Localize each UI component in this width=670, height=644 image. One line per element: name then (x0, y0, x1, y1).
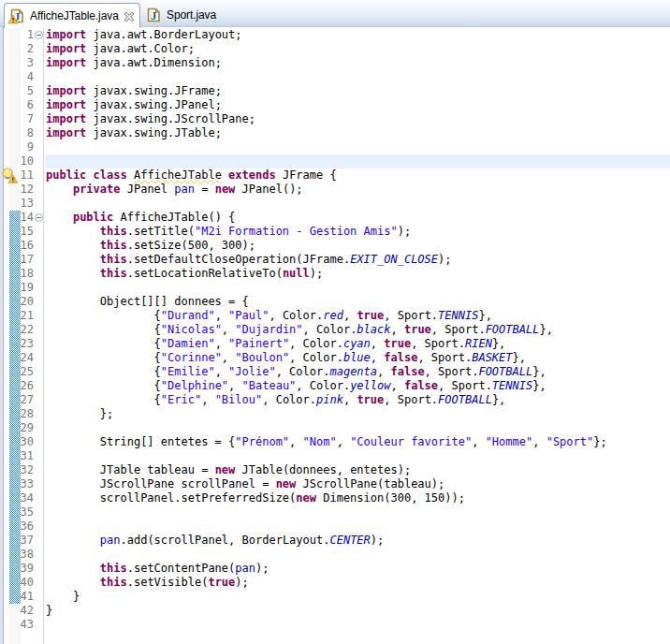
fold-collapse-icon[interactable] (35, 213, 43, 222)
code-line[interactable]: 8import javax.swing.JTable; (0, 126, 670, 140)
code-text: scrollPanel.setPreferredSize(new Dimensi… (46, 491, 465, 505)
line-number: 29 (0, 421, 34, 435)
code-line[interactable]: 41 } (0, 590, 670, 604)
code-text: {"Damien", "Painert", Color.cyan, true, … (46, 337, 505, 351)
code-line[interactable]: 13 (0, 197, 670, 211)
code-line[interactable]: 38 (0, 548, 670, 562)
line-number: 4 (0, 70, 34, 84)
code-line[interactable]: 19 (0, 281, 670, 295)
line-number: 28 (0, 407, 34, 421)
code-text: public AfficheJTable() { (46, 211, 235, 225)
code-line[interactable]: 18 this.setLocationRelativeTo(null); (0, 267, 670, 281)
java-file-warning-icon (9, 8, 24, 23)
code-text: {"Nicolas", "Dujardin", Color.black, tru… (46, 323, 553, 337)
code-text: import java.awt.Dimension; (46, 56, 222, 70)
line-number: 9 (0, 140, 34, 154)
code-text: JScrollPane scrollPanel = new JScrollPan… (46, 477, 444, 491)
code-line[interactable]: 29 (0, 421, 670, 435)
code-line[interactable]: 24 {"Corinne", "Boulon", Color.blue, fal… (0, 351, 670, 365)
code-text: {"Corinne", "Boulon", Color.blue, false,… (46, 351, 526, 365)
code-line[interactable]: 42} (0, 604, 670, 618)
line-number: 2 (0, 42, 34, 56)
line-number: 19 (0, 281, 34, 295)
close-icon[interactable] (124, 11, 135, 22)
code-line[interactable]: 32 JTable tableau = new JTable(donnees, … (0, 463, 670, 477)
tab-affichejtable[interactable]: AfficheJTable.java (4, 3, 140, 28)
code-line[interactable]: 26 {"Delphine", "Bateau", Color.yellow, … (0, 379, 670, 393)
code-line[interactable]: 21 {"Durand", "Paul", Color.red, true, S… (0, 309, 670, 323)
fold-collapse-icon[interactable] (35, 31, 43, 39)
code-line[interactable]: 43 (0, 618, 670, 632)
line-number: 26 (0, 379, 34, 393)
line-number: 37 (0, 534, 34, 548)
code-line[interactable]: 40 this.setVisible(true); (0, 576, 670, 590)
code-line[interactable]: 9 (0, 140, 670, 154)
code-line[interactable]: 23 {"Damien", "Painert", Color.cyan, tru… (0, 337, 670, 351)
code-line[interactable]: 16 this.setSize(500, 300); (0, 239, 670, 253)
code-text: {"Delphine", "Bateau", Color.yellow, fal… (46, 379, 546, 393)
line-number: 27 (0, 393, 34, 407)
editor-tab-bar: AfficheJTable.java Sport.java (0, 0, 670, 27)
line-number: 10 (0, 154, 34, 168)
code-text: } (46, 590, 80, 604)
line-number: 32 (0, 463, 34, 477)
line-number: 21 (0, 309, 34, 323)
line-number: 33 (0, 477, 34, 491)
code-line[interactable]: 4 (0, 70, 670, 84)
line-number: 6 (0, 98, 34, 112)
code-text: this.setDefaultCloseOperation(JFrame.EXI… (46, 253, 452, 267)
code-line[interactable]: 7import javax.swing.JScrollPane; (0, 112, 670, 126)
line-number: 17 (0, 253, 34, 267)
line-number: 39 (0, 562, 34, 576)
warning-quickfix-icon[interactable] (1, 168, 18, 183)
line-number: 14 (0, 211, 34, 225)
line-number: 16 (0, 239, 34, 253)
code-line[interactable]: 39 this.setContentPane(pan); (0, 562, 670, 576)
code-line[interactable]: 15 this.setTitle("M2i Formation - Gestio… (0, 225, 670, 239)
code-editor[interactable]: 1import java.awt.BorderLayout;2import ja… (0, 27, 670, 644)
code-line[interactable]: 10 (0, 154, 670, 168)
code-line[interactable]: 22 {"Nicolas", "Dujardin", Color.black, … (0, 323, 670, 337)
line-number: 40 (0, 576, 34, 590)
code-text: this.setContentPane(pan); (46, 562, 269, 576)
code-line[interactable]: 11public class AfficheJTable extends JFr… (0, 168, 670, 183)
code-text: import javax.swing.JScrollPane; (46, 112, 255, 126)
code-text: } (46, 604, 52, 618)
code-text: import javax.swing.JFrame; (46, 84, 222, 98)
code-line[interactable]: 35 (0, 505, 670, 520)
line-number: 5 (0, 84, 34, 98)
tab-label: Sport.java (167, 8, 216, 22)
line-number: 35 (0, 505, 34, 520)
code-line[interactable]: 3import java.awt.Dimension; (0, 56, 670, 70)
code-line[interactable]: 36 (0, 520, 670, 534)
line-number: 36 (0, 520, 34, 534)
code-line[interactable]: 2import java.awt.Color; (0, 42, 670, 56)
tab-sport[interactable]: Sport.java (141, 3, 244, 27)
code-text: Object[][] donnees = { (46, 295, 249, 309)
code-line[interactable]: 31 (0, 449, 670, 463)
code-line[interactable]: 14 public AfficheJTable() { (0, 211, 670, 225)
code-text: this.setLocationRelativeTo(null); (46, 267, 323, 281)
code-text: {"Durand", "Paul", Color.red, true, Spor… (46, 309, 492, 323)
code-text: import java.awt.Color; (46, 42, 195, 56)
code-line[interactable]: 17 this.setDefaultCloseOperation(JFrame.… (0, 253, 670, 267)
code-line[interactable]: 34 scrollPanel.setPreferredSize(new Dime… (0, 491, 670, 505)
line-number: 20 (0, 295, 34, 309)
code-line[interactable]: 20 Object[][] donnees = { (0, 295, 670, 309)
code-line[interactable]: 37 pan.add(scrollPanel, BorderLayout.CEN… (0, 534, 670, 548)
code-line[interactable]: 1import java.awt.BorderLayout; (0, 28, 670, 42)
line-number: 34 (0, 491, 34, 505)
line-number: 1 (0, 28, 34, 42)
code-line[interactable]: 27 {"Eric", "Bilou", Color.pink, true, S… (0, 393, 670, 407)
code-line[interactable]: 33 JScrollPane scrollPanel = new JScroll… (0, 477, 670, 491)
code-line[interactable]: 5import javax.swing.JFrame; (0, 84, 670, 98)
code-text: {"Eric", "Bilou", Color.pink, true, Spor… (46, 393, 505, 407)
code-line[interactable]: 6import javax.swing.JPanel; (0, 98, 670, 112)
code-line[interactable]: 25 {"Emilie", "Jolie", Color.magenta, fa… (0, 365, 670, 379)
line-number: 8 (0, 126, 34, 140)
tab-label: AfficheJTable.java (30, 9, 119, 22)
code-line[interactable]: 30 String[] entetes = {"Prénom", "Nom", … (0, 435, 670, 449)
code-text: this.setVisible(true); (46, 576, 249, 590)
code-line[interactable]: 12 private JPanel pan = new JPanel(); (0, 183, 670, 197)
code-line[interactable]: 28 }; (0, 407, 670, 421)
